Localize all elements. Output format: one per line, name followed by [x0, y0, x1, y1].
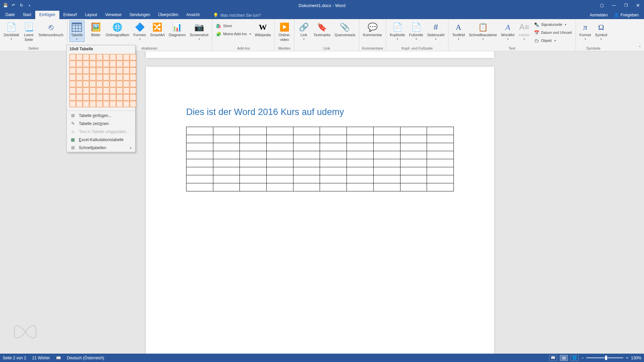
- table-icon: [71, 21, 83, 33]
- undo-icon[interactable]: ↶: [11, 3, 16, 8]
- dropcap-icon: A≡: [519, 21, 530, 33]
- header-button[interactable]: 📄Kopfzeile▾: [388, 20, 407, 42]
- heading-1[interactable]: Dies ist der Word 2016 Kurs auf udemy: [186, 107, 454, 117]
- page-break-button[interactable]: ⎋Seitenumbruch: [37, 20, 65, 39]
- wordart-icon: A: [502, 21, 514, 33]
- online-pictures-button[interactable]: 🌐Onlinegrafiken: [104, 20, 131, 39]
- qat-customize-icon[interactable]: ▾: [27, 3, 32, 8]
- group-label-media: Medien: [277, 46, 292, 51]
- zoom-slider[interactable]: [586, 357, 623, 358]
- status-language[interactable]: Deutsch (Österreich): [67, 356, 104, 360]
- svg-rect-5: [72, 23, 82, 24]
- tab-start[interactable]: Start: [19, 10, 35, 19]
- save-icon[interactable]: 💾: [3, 3, 8, 8]
- group-label-text: Text: [450, 46, 574, 51]
- signature-icon: ✒️: [534, 22, 539, 27]
- status-page[interactable]: Seite 2 von 2: [3, 356, 26, 360]
- group-symbols: πFormel▾ ΩSymbol▾ Symbole: [576, 19, 611, 51]
- quick-access-toolbar: 💾 ↶ ↻ ▾: [0, 3, 32, 8]
- zoom-out-button[interactable]: −: [581, 356, 584, 360]
- excel-spreadsheet-item[interactable]: ▦Excel-Kalkulationstabelle: [67, 136, 135, 144]
- crossref-button[interactable]: 📎Querverweis: [333, 20, 357, 39]
- document-table[interactable]: [186, 127, 454, 191]
- group-headerfooter: 📄Kopfzeile▾ 📄Fußzeile▾ #Seitenzahl▾ Kopf…: [386, 19, 448, 51]
- tab-ueberpruefen[interactable]: Überprüfen: [154, 10, 182, 19]
- share-button[interactable]: 👤Freigeben: [614, 13, 639, 17]
- footer-button[interactable]: 📄Fußzeile▾: [407, 20, 425, 42]
- ribbon-tabs: Datei Start Einfügen Entwurf Layout Verw…: [0, 11, 644, 19]
- online-video-button[interactable]: ▶️Online- video: [277, 20, 292, 43]
- table-button[interactable]: Tabelle▾: [69, 20, 85, 42]
- chart-button[interactable]: 📊Diagramm: [167, 20, 187, 39]
- group-comments: 💬Kommentar Kommentare: [359, 19, 386, 51]
- pagenumber-button[interactable]: #Seitenzahl▾: [426, 20, 446, 42]
- zoom-level[interactable]: 130%: [631, 356, 641, 360]
- header-icon: 📄: [392, 21, 403, 33]
- group-label-pages: Seiten: [2, 46, 65, 51]
- group-label-links: Link: [297, 46, 357, 51]
- tab-verweise[interactable]: Verweise: [101, 10, 125, 19]
- page-break-icon: ⎋: [45, 21, 57, 33]
- smartart-button[interactable]: 🔀SmartArt: [149, 20, 166, 39]
- tab-entwurf[interactable]: Entwurf: [59, 10, 81, 19]
- tab-file[interactable]: Datei: [1, 10, 19, 19]
- addins-icon: 🧩: [216, 31, 221, 37]
- dropcap-button[interactable]: A≡Initiale▾: [517, 20, 532, 42]
- spellcheck-icon[interactable]: 📖: [56, 356, 61, 360]
- status-words[interactable]: 21 Wörter: [32, 356, 50, 360]
- group-media: ▶️Online- video Medien: [275, 19, 294, 51]
- ribbon-collapse-icon[interactable]: ⌃: [638, 45, 641, 50]
- datetime-button[interactable]: 📅Datum und Uhrzeit: [532, 29, 574, 36]
- quickparts-button[interactable]: 📋Schnellbausteine▾: [467, 20, 499, 42]
- group-pages: 📄Deckblatt▾ 📃Leere Seite ⎋Seitenumbruch …: [0, 19, 67, 51]
- close-icon[interactable]: ✕: [632, 0, 644, 11]
- web-layout-button[interactable]: 🌐: [571, 355, 579, 361]
- convert-text-item: ≣Text in Tabelle umwandeln...: [67, 128, 135, 136]
- chart-icon: 📊: [171, 21, 183, 33]
- equation-icon: π: [580, 21, 591, 33]
- wordart-button[interactable]: AWordArt▾: [499, 20, 516, 42]
- table-size-label: 10x8 Tabelle: [67, 45, 135, 53]
- quick-tables-item[interactable]: ⊞Schnelltabellen▸: [67, 144, 135, 152]
- page-2[interactable]: Dies ist der Word 2016 Kurs auf udemy: [146, 67, 494, 354]
- shapes-button[interactable]: 🔷Formen▾: [132, 20, 148, 42]
- symbol-button[interactable]: ΩSymbol▾: [593, 20, 609, 42]
- screenshot-icon: 📷: [194, 21, 205, 33]
- tab-sendungen[interactable]: Sendungen: [125, 10, 154, 19]
- minimize-icon[interactable]: —: [608, 0, 620, 11]
- insert-table-item[interactable]: ⊞Tabelle einfügen...: [67, 112, 135, 120]
- datetime-icon: 📅: [534, 30, 539, 35]
- wikipedia-button[interactable]: WWikipedia: [253, 20, 273, 39]
- group-addins: 🛍️Store 🧩Meine Add-Ins▾ WWikipedia Add-I…: [212, 19, 275, 51]
- textbox-button[interactable]: ATextfeld▾: [450, 20, 467, 42]
- tab-ansicht[interactable]: Ansicht: [182, 10, 204, 19]
- redo-icon[interactable]: ↻: [19, 3, 24, 8]
- object-button[interactable]: 🗀Objekt▾: [532, 37, 574, 44]
- cover-page-icon: 📄: [6, 21, 17, 33]
- comment-button[interactable]: 💬Kommentar: [361, 20, 384, 39]
- maximize-icon[interactable]: ❐: [620, 0, 632, 11]
- link-button[interactable]: 🔗Link▾: [297, 20, 311, 42]
- store-button[interactable]: 🛍️Store: [214, 22, 252, 29]
- equation-button[interactable]: πFormel▾: [578, 20, 593, 42]
- tab-layout[interactable]: Layout: [81, 10, 101, 19]
- table-grid-picker[interactable]: [67, 53, 135, 110]
- page-1-tail[interactable]: [146, 51, 494, 58]
- ribbon-display-icon[interactable]: ▢: [596, 0, 608, 11]
- tab-einfuegen[interactable]: Einfügen: [35, 10, 59, 19]
- my-addins-button[interactable]: 🧩Meine Add-Ins▾: [214, 31, 252, 37]
- tell-me-search[interactable]: 💡 Was möchten Sie tun?: [210, 11, 263, 19]
- sign-in-link[interactable]: Anmelden: [590, 13, 608, 17]
- pictures-button[interactable]: 🖼️Bilder: [89, 20, 103, 39]
- zoom-in-button[interactable]: +: [626, 356, 628, 360]
- cover-page-button[interactable]: 📄Deckblatt▾: [2, 20, 21, 42]
- status-bar: Seite 2 von 2 21 Wörter 📖 Deutsch (Öster…: [0, 354, 644, 362]
- bookmark-icon: 🔖: [316, 21, 328, 33]
- screenshot-button[interactable]: 📷Screenshot▾: [188, 20, 210, 42]
- print-layout-button[interactable]: ▤: [560, 355, 568, 361]
- read-mode-button[interactable]: 📖: [549, 355, 557, 361]
- blank-page-button[interactable]: 📃Leere Seite: [21, 20, 36, 43]
- signature-button[interactable]: ✒️Signaturzeile▾: [532, 21, 574, 28]
- draw-table-item[interactable]: ✎Tabelle zeichnen: [67, 120, 135, 128]
- bookmark-button[interactable]: 🔖Textmarke: [312, 20, 332, 39]
